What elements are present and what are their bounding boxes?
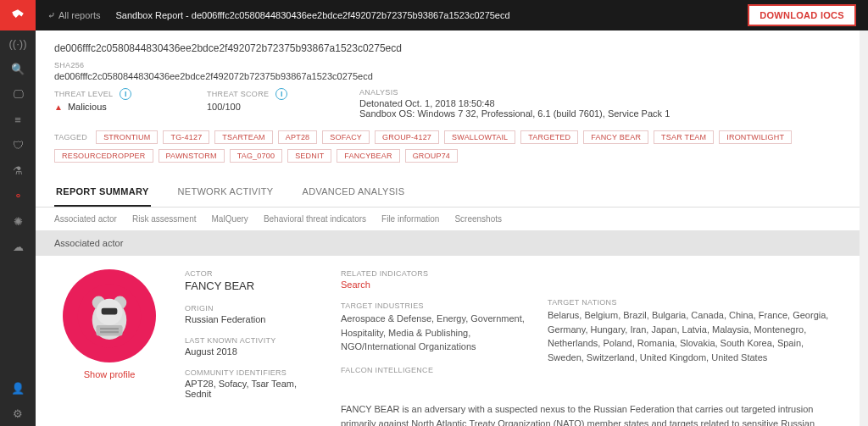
sub-tabs: Associated actorRisk assessmentMalQueryB… — [36, 207, 860, 230]
tag-pawnstorm[interactable]: PAWNSTORM — [159, 149, 225, 163]
nav-graph-icon[interactable]: ⚬ — [0, 183, 36, 208]
download-iocs-button[interactable]: DOWNLOAD IOCS — [748, 4, 856, 26]
tag-strontium[interactable]: STRONTIUM — [96, 130, 158, 144]
threat-score-label: THREAT SCORE — [207, 90, 269, 98]
subtab-associated-actor[interactable]: Associated actor — [54, 214, 117, 224]
analysis-label: ANALYSIS — [359, 88, 670, 97]
nav-user-icon[interactable]: 👤 — [0, 375, 36, 401]
info-icon[interactable]: i — [120, 88, 131, 100]
tag-irontwilight[interactable]: IRONTWILIGHT — [719, 130, 792, 144]
tag-sednit[interactable]: SEDNIT — [287, 149, 331, 163]
ci-value: APT28, Sofacy, Tsar Team, Sednit — [185, 379, 320, 399]
analysis-detonated: Detonated Oct. 1, 2018 18:50:48 — [359, 98, 670, 108]
section-heading-actor: Associated actor — [36, 230, 860, 256]
nav-list-icon[interactable]: ≡ — [0, 107, 36, 132]
nav-sun-icon[interactable]: ✺ — [0, 208, 36, 234]
tag-sofacy[interactable]: SOFACY — [322, 130, 370, 144]
threat-level-label: THREAT LEVEL — [54, 90, 113, 98]
page-header: ⤶ All reports Sandbox Report - de006fffc… — [36, 0, 868, 30]
tag-tg-4127[interactable]: TG-4127 — [163, 130, 209, 144]
ti-label: TARGET INDUSTRIES — [341, 302, 527, 310]
subtab-file-information[interactable]: File information — [381, 214, 439, 224]
sha256-value: de006fffc2c0580844830436ee2bdce2f492072b… — [54, 71, 841, 81]
fi-label: FALCON INTELLIGENCE — [341, 366, 527, 374]
svg-rect-5 — [102, 308, 118, 315]
sha256-label: SHA256 — [54, 61, 841, 69]
analysis-os: Sandbox OS: Windows 7 32, Professional, … — [359, 108, 670, 119]
nav-activity-icon[interactable]: ((·)) — [0, 30, 36, 56]
back-arrow-icon: ⤶ — [47, 10, 55, 21]
tn-value: Belarus, Belgium, Brazil, Bulgaria, Cana… — [548, 308, 841, 364]
tag-fancybear[interactable]: FANCYBEAR — [337, 149, 399, 163]
page-title: Sandbox Report - de006fffc2c058084483043… — [116, 10, 510, 20]
info-icon[interactable]: i — [275, 88, 287, 100]
nav-monitor-icon[interactable]: 🖵 — [0, 81, 36, 107]
tab-network-activity[interactable]: NETWORK ACTIVITY — [176, 178, 275, 207]
tag-apt28[interactable]: APT28 — [278, 130, 318, 144]
tag-tsarteam[interactable]: TSARTEAM — [214, 130, 272, 144]
show-profile-link[interactable]: Show profile — [54, 369, 164, 379]
nav-search-icon[interactable]: 🔍 — [0, 56, 36, 81]
tn-label: TARGET NATIONS — [548, 298, 841, 307]
brand-logo[interactable] — [0, 0, 36, 30]
tag-resourcedropper[interactable]: RESOURCEDROPPER — [54, 149, 153, 163]
nav-settings-icon[interactable]: ⚙ — [0, 401, 36, 426]
threat-level-value: Malicious — [68, 102, 107, 112]
actor-label: ACTOR — [185, 269, 320, 278]
nav-shield-icon[interactable]: 🛡 — [0, 132, 36, 158]
tag-tag-0700[interactable]: TAG_0700 — [230, 149, 282, 163]
origin-label: ORIGIN — [185, 304, 320, 313]
tag-targeted[interactable]: TARGETED — [520, 130, 578, 144]
svg-rect-7 — [100, 328, 119, 329]
ri-search-link[interactable]: Search — [341, 279, 527, 290]
actor-name: FANCY BEAR — [185, 279, 320, 292]
nav-flask-icon[interactable]: ⚗ — [0, 158, 36, 183]
ci-label: COMMUNITY IDENTIFIERS — [185, 368, 320, 377]
actor-avatar — [63, 269, 156, 362]
subtab-risk-assessment[interactable]: Risk assessment — [132, 214, 197, 224]
threat-score-value: 100/100 — [207, 102, 309, 112]
back-link[interactable]: ⤶ All reports — [47, 10, 101, 21]
main-tabs: REPORT SUMMARY NETWORK ACTIVITY ADVANCED… — [36, 178, 860, 207]
lka-value: August 2018 — [185, 346, 320, 357]
lka-label: LAST KNOWN ACTIVITY — [185, 336, 320, 345]
svg-rect-6 — [96, 325, 122, 335]
svg-rect-8 — [100, 331, 119, 333]
ti-value: Aerospace & Defense, Energy, Government,… — [341, 312, 527, 354]
subtab-screenshots[interactable]: Screenshots — [454, 214, 502, 224]
back-label: All reports — [58, 10, 101, 20]
nav-cloud-icon[interactable]: ☁ — [0, 234, 36, 259]
tag-swallowtail[interactable]: SWALLOWTAIL — [444, 130, 515, 144]
warning-triangle-icon: ▲ — [54, 102, 63, 112]
origin-value: Russian Federation — [185, 314, 320, 324]
tag-fancy-bear[interactable]: FANCY BEAR — [583, 130, 648, 144]
subtab-malquery[interactable]: MalQuery — [212, 214, 248, 224]
tag-row: TAGGED STRONTIUMTG-4127TSARTEAMAPT28SOFA… — [36, 127, 860, 173]
hash-display: de006fffc2c0580844830436ee2bdce2f492072b… — [36, 30, 860, 61]
subtab-behavioral-threat-indicators[interactable]: Behavioral threat indicators — [264, 214, 366, 224]
tag-group74[interactable]: GROUP74 — [405, 149, 458, 163]
tag-group-4127[interactable]: GROUP-4127 — [375, 130, 439, 144]
left-nav-rail: ((·)) 🔍 🖵 ≡ 🛡 ⚗ ⚬ ✺ ☁ 👤 ⚙ — [0, 0, 36, 426]
tag-tsar-team[interactable]: TSAR TEAM — [654, 130, 714, 144]
ri-label: RELATED INDICATORS — [341, 269, 527, 278]
tagged-label: TAGGED — [54, 133, 87, 141]
tab-advanced-analysis[interactable]: ADVANCED ANALYSIS — [301, 178, 407, 207]
tab-report-summary[interactable]: REPORT SUMMARY — [54, 178, 151, 207]
